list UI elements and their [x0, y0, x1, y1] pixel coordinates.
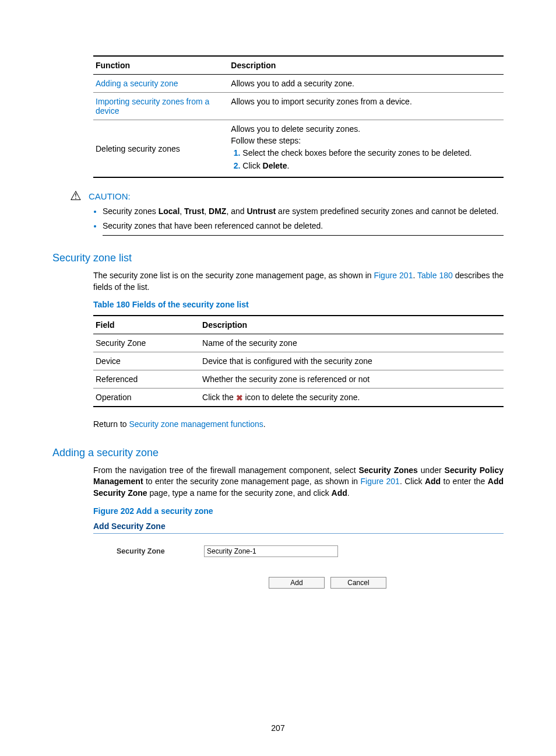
t2-r1-d: Name of the security zone: [200, 334, 504, 352]
link-add-security-zone[interactable]: Adding a security zone: [96, 79, 178, 88]
link-figure-201-a[interactable]: Figure 201: [374, 271, 413, 280]
t1-head-function: Function: [93, 56, 228, 75]
delete-step-2: Click Delete.: [242, 160, 501, 172]
form-row: Security Zone: [117, 545, 504, 557]
caution-item-1: Security zones Local, Trust, DMZ, and Un…: [103, 206, 504, 217]
delete-icon: ✖: [236, 393, 243, 402]
table-row: Referenced Whether the security zone is …: [93, 370, 504, 388]
caution-rule: [103, 235, 504, 236]
caution-icon: ⚠: [70, 190, 82, 202]
t2-r4-f: Operation: [93, 388, 200, 407]
function-table: Function Description Adding a security z…: [93, 55, 504, 178]
table-row: Security Zone Name of the security zone: [93, 334, 504, 352]
link-figure-201-b[interactable]: Figure 201: [360, 477, 399, 486]
return-line: Return to Security zone management funct…: [93, 419, 504, 430]
table-row: Operation Click the ✖ icon to delete the…: [93, 388, 504, 407]
t1-r2-desc: Allows you to import security zones from…: [228, 93, 504, 120]
cancel-button[interactable]: Cancel: [330, 577, 386, 589]
t1-r3-line2: Follow these steps:: [231, 136, 501, 145]
heading-security-zone-list: Security zone list: [52, 252, 504, 264]
caution-list: Security zones Local, Trust, DMZ, and Un…: [91, 206, 504, 232]
page-number: 207: [0, 723, 556, 733]
t2-r3-d: Whether the security zone is referenced …: [200, 370, 504, 388]
function-table-wrap: Function Description Adding a security z…: [93, 55, 504, 178]
screenshot-title: Add Security Zone: [93, 522, 504, 534]
t2-head-description: Description: [200, 316, 504, 334]
t1-r3-line1: Allows you to delete security zones.: [231, 124, 501, 134]
figure-202-caption: Figure 202 Add a security zone: [93, 506, 504, 516]
zone-list-intro: The security zone list is on the securit…: [93, 270, 504, 293]
caution-block: ⚠ CAUTION: Security zones Local, Trust, …: [70, 190, 504, 236]
t2-r3-f: Referenced: [93, 370, 200, 388]
heading-adding-zone: Adding a security zone: [52, 447, 504, 459]
t2-r2-f: Device: [93, 352, 200, 370]
add-zone-screenshot: Add Security Zone Security Zone Add Canc…: [93, 522, 504, 589]
delete-step-1: Select the check boxes before the securi…: [242, 148, 501, 159]
table-row: Adding a security zone Allows you to add…: [93, 75, 504, 93]
security-zone-input[interactable]: [204, 545, 338, 557]
t2-head-field: Field: [93, 316, 200, 334]
add-button[interactable]: Add: [269, 577, 325, 589]
t1-r3-fn: Deleting security zones: [93, 120, 228, 178]
link-return-management[interactable]: Security zone management functions: [129, 419, 263, 429]
caution-item-2: Security zones that have been referenced…: [103, 220, 504, 232]
table-row: Device Device that is configured with th…: [93, 352, 504, 370]
t1-head-description: Description: [228, 56, 504, 75]
button-row: Add Cancel: [152, 577, 504, 589]
t1-r1-desc: Allows you to add a security zone.: [228, 75, 504, 93]
table-180-caption: Table 180 Fields of the security zone li…: [93, 300, 504, 309]
link-import-zones[interactable]: Importing security zones from a device: [96, 97, 209, 116]
t2-r4-d: Click the ✖ icon to delete the security …: [200, 388, 504, 407]
link-table-180[interactable]: Table 180: [417, 271, 453, 280]
t2-r1-f: Security Zone: [93, 334, 200, 352]
t2-r2-d: Device that is configured with the secur…: [200, 352, 504, 370]
adding-zone-para: From the navigation tree of the firewall…: [93, 465, 504, 499]
t1-r3-desc: Allows you to delete security zones. Fol…: [228, 120, 504, 178]
table-row: Importing security zones from a device A…: [93, 93, 504, 120]
delete-steps: Select the check boxes before the securi…: [231, 148, 501, 172]
security-zone-label: Security Zone: [117, 547, 204, 555]
table-row: Deleting security zones Allows you to de…: [93, 120, 504, 178]
fields-table: Field Description Security Zone Name of …: [93, 315, 504, 407]
caution-label: CAUTION:: [89, 191, 131, 201]
